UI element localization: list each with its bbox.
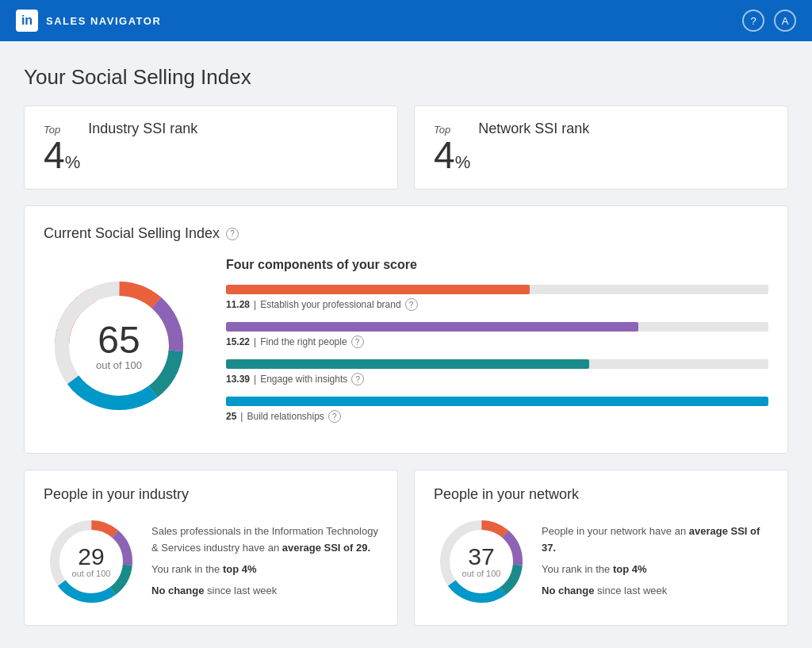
industry-description: Sales professionals in the Information T… <box>151 523 378 599</box>
network-description: People in your network have an average S… <box>542 523 768 599</box>
user-avatar[interactable]: A <box>774 10 796 32</box>
network-top: top 4% <box>613 563 647 575</box>
comp-text-4: Build relationships <box>247 411 324 422</box>
industry-card-content: People in your industry <box>44 486 378 609</box>
component-2: 15.22 | Find the right people ? <box>226 322 768 348</box>
comp-score-1: 11.28 <box>226 299 250 310</box>
comp-help-4[interactable]: ? <box>328 410 341 423</box>
header: in SALES NAVIGATOR ? A <box>0 0 812 41</box>
industry-top: top 4% <box>223 563 257 575</box>
ssi-donut-chart: 65 out of 100 <box>44 270 194 421</box>
industry-score-center: 29 out of 100 <box>72 545 111 578</box>
current-ssi-card: Current Social Selling Index ? <box>24 205 788 454</box>
comp-text-2: Find the right people <box>260 336 347 347</box>
network-out-of: out of 100 <box>462 569 501 578</box>
app-title: SALES NAVIGATOR <box>46 15 161 27</box>
industry-donut: 29 out of 100 <box>44 514 139 609</box>
network-score: 37 <box>462 545 501 569</box>
ssi-help-icon[interactable]: ? <box>226 228 239 240</box>
industry-rank-card: Top 4% Industry SSI rank <box>24 105 398 190</box>
network-card-content: People in your network 37 o <box>434 486 768 609</box>
comp-bar-fill-1 <box>226 285 530 294</box>
network-card: People in your network 37 o <box>414 470 788 626</box>
comp-help-3[interactable]: ? <box>351 373 364 385</box>
comp-label-2: 15.22 | Find the right people ? <box>226 336 768 348</box>
comp-bar-fill-4 <box>226 397 768 406</box>
comp-label-3: 13.39 | Engage with insights ? <box>226 373 768 385</box>
comp-bar-bg-2 <box>226 322 768 332</box>
comp-bar-bg-1 <box>226 285 768 294</box>
comp-help-2[interactable]: ? <box>351 336 364 348</box>
comp-score-4: 25 <box>226 411 236 422</box>
network-rank-number: 4% <box>434 136 470 174</box>
comp-bar-fill-3 <box>226 359 589 369</box>
ssi-score: 65 <box>96 321 142 359</box>
rank-row: Top 4% Industry SSI rank Top 4% <box>24 105 788 190</box>
help-icon[interactable]: ? <box>742 10 764 32</box>
industry-rank-label: Industry SSI rank <box>88 121 197 137</box>
linkedin-logo-icon: in <box>16 10 38 32</box>
network-card-title: People in your network <box>434 486 768 503</box>
industry-avg-ssi: average SSI of 29. <box>282 542 370 554</box>
industry-desc-p1: Sales professionals in the Information T… <box>151 523 378 557</box>
industry-no-change-label: No change <box>151 585 204 596</box>
comp-label-4: 25 | Build relationships ? <box>226 410 768 423</box>
network-donut: 37 out of 100 <box>434 514 529 609</box>
component-1: 11.28 | Establish your professional bran… <box>226 285 768 311</box>
bottom-row: People in your industry <box>24 470 788 626</box>
component-3: 13.39 | Engage with insights ? <box>226 359 768 385</box>
industry-rank-number: 4% <box>44 136 80 174</box>
industry-score: 29 <box>72 545 111 569</box>
components-section: Four components of your score 11.28 | Es… <box>226 258 768 434</box>
comp-text-3: Engage with insights <box>260 374 347 385</box>
network-no-change-label: No change <box>542 585 594 596</box>
ssi-card-title: Current Social Selling Index <box>44 225 220 242</box>
network-desc-p1: People in your network have an average S… <box>542 523 768 557</box>
network-score-center: 37 out of 100 <box>462 545 501 578</box>
comp-text-1: Establish your professional brand <box>260 299 400 310</box>
ssi-card-header: Current Social Selling Index ? <box>44 225 768 242</box>
main-content: Your Social Selling Index Top 4% Industr… <box>0 41 812 642</box>
industry-card-title: People in your industry <box>44 486 378 503</box>
network-card-body: 37 out of 100 People in your network hav… <box>434 514 768 609</box>
header-right: ? A <box>742 10 796 32</box>
network-desc-p2: You rank in the top 4% <box>542 562 768 578</box>
component-4: 25 | Build relationships ? <box>226 397 768 423</box>
network-since: since last week <box>597 585 667 596</box>
comp-score-3: 13.39 <box>226 374 250 385</box>
industry-desc-p2: You rank in the top 4% <box>151 562 378 578</box>
ssi-out-of: out of 100 <box>96 359 142 371</box>
components-title: Four components of your score <box>226 258 768 272</box>
comp-bar-bg-4 <box>226 397 768 406</box>
industry-out-of: out of 100 <box>72 569 111 578</box>
network-no-change: No change since last week <box>542 583 768 600</box>
industry-no-change: No change since last week <box>151 583 378 600</box>
industry-since: since last week <box>207 585 277 596</box>
industry-card-body: 29 out of 100 Sales professionals in the… <box>44 514 378 609</box>
network-rank-label: Network SSI rank <box>478 121 589 137</box>
comp-bar-bg-3 <box>226 359 768 369</box>
page-title: Your Social Selling Index <box>24 65 788 90</box>
donut-center: 65 out of 100 <box>96 321 142 371</box>
header-left: in SALES NAVIGATOR <box>16 10 161 32</box>
industry-card: People in your industry <box>24 470 398 626</box>
ssi-card-body: 65 out of 100 Four components of your sc… <box>44 258 768 434</box>
network-rank-card: Top 4% Network SSI rank <box>414 105 788 190</box>
comp-label-1: 11.28 | Establish your professional bran… <box>226 298 768 311</box>
comp-score-2: 15.22 <box>226 336 250 347</box>
comp-help-1[interactable]: ? <box>405 298 418 311</box>
comp-bar-fill-2 <box>226 322 638 332</box>
